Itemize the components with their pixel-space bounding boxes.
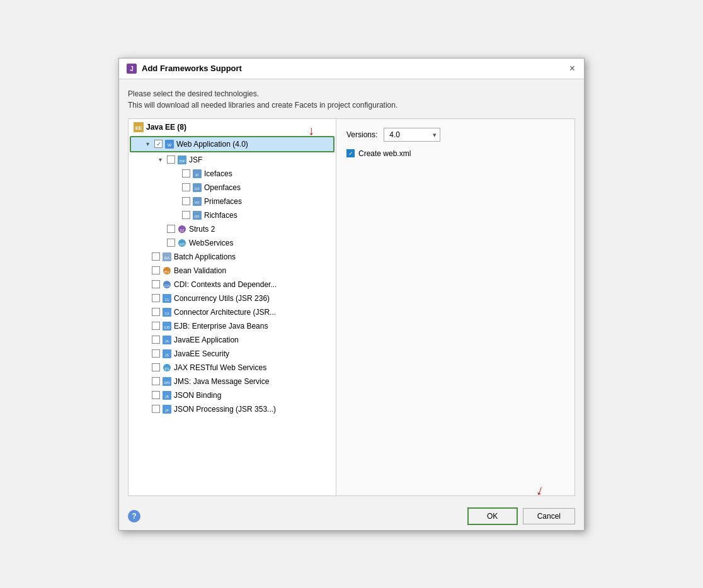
connector-label: Connector Architecture (JSR... [174, 308, 276, 317]
concurrency-label: Concurrency Utils (JSR 236) [174, 294, 270, 303]
javaee-security-icon: JS [162, 349, 172, 359]
json-binding-item[interactable]: ▾ JB JSON Binding [129, 388, 336, 402]
javaee-app-item[interactable]: ▾ JA JavaEE Application [129, 333, 336, 347]
arrow-footer-wrap: ↓ OK Cancel [467, 507, 575, 525]
cdi-item[interactable]: ▾ CDI CDI: Contexts and Depender... [129, 278, 336, 291]
checkbox-concurrency[interactable] [152, 294, 160, 302]
chevron-web-app: ▾ [146, 140, 152, 147]
right-panel: Versions: 4.0 3.1 3.0 2.5 ✓ Create web.x… [336, 119, 574, 495]
svg-text:J: J [130, 65, 134, 72]
jsf-label: JSF [189, 155, 202, 164]
create-xml-row[interactable]: ✓ Create web.xml [346, 149, 564, 158]
checkbox-webservices[interactable] [167, 239, 175, 247]
openfaces-label: Openfaces [204, 183, 241, 192]
svg-text:IF: IF [195, 173, 199, 177]
version-select[interactable]: 4.0 3.1 3.0 2.5 [384, 128, 440, 142]
jms-item[interactable]: ▾ JMS JMS: Java Message Service [129, 375, 336, 388]
svg-text:CA: CA [165, 312, 170, 315]
richfaces-item[interactable]: ▾ RF Richfaces [129, 208, 336, 222]
icefaces-icon: IF [192, 169, 202, 179]
version-select-wrapper[interactable]: 4.0 3.1 3.0 2.5 [384, 128, 440, 142]
jax-rs-icon: RS [162, 363, 172, 373]
primefaces-item[interactable]: ▾ PF Primefaces [129, 195, 336, 208]
svg-text:JS: JS [165, 353, 169, 357]
batch-icon: BA [162, 252, 172, 262]
jsf-icon: JSF [177, 155, 187, 165]
struts2-item[interactable]: ▾ S2 Struts 2 [129, 222, 336, 236]
json-binding-label: JSON Binding [174, 391, 221, 400]
javaee-security-item[interactable]: ▾ JS JavaEE Security [129, 347, 336, 361]
checkbox-bean[interactable] [152, 266, 160, 274]
connector-item[interactable]: ▾ CA Connector Architecture (JSR... [129, 305, 336, 319]
ok-button[interactable]: OK [467, 507, 518, 525]
json-proc-label: JSON Processing (JSR 353...) [174, 405, 276, 414]
primefaces-icon: PF [192, 196, 202, 206]
checkbox-openfaces[interactable] [182, 183, 190, 191]
svg-text:JSF: JSF [179, 159, 186, 163]
cancel-button[interactable]: Cancel [523, 508, 575, 524]
web-app-icon: W [164, 139, 174, 149]
checkbox-batch[interactable] [152, 252, 160, 261]
bean-validation-item[interactable]: ▾ BV Bean Validation [129, 264, 336, 278]
checkbox-icefaces[interactable] [182, 169, 190, 178]
checkbox-cdi[interactable] [152, 280, 160, 288]
svg-text:BA: BA [164, 256, 169, 260]
ejb-item[interactable]: ▾ EJB EJB: Enterprise Java Beans [129, 319, 336, 333]
category-label: Java EE (8) [146, 123, 186, 132]
checkbox-json-proc[interactable] [152, 405, 160, 413]
checkbox-javaee-app[interactable] [152, 336, 160, 344]
web-application-item[interactable]: ↓ ▾ ✓ W Web Application (4.0) [130, 136, 334, 152]
checkbox-struts2[interactable] [167, 225, 175, 233]
left-panel: EE Java EE (8) ↓ ▾ ✓ W Web Application (… [129, 119, 336, 495]
jms-label: JMS: Java Message Service [174, 377, 269, 386]
openfaces-icon: OF [192, 183, 202, 193]
jax-rs-item[interactable]: ▾ RS JAX RESTful Web Services [129, 361, 336, 375]
svg-text:WS: WS [180, 242, 185, 246]
richfaces-icon: RF [192, 210, 202, 220]
webservices-label: WebServices [189, 239, 233, 247]
bean-validation-label: Bean Validation [174, 266, 226, 275]
svg-text:JB: JB [165, 395, 169, 399]
checkbox-jms[interactable] [152, 377, 160, 385]
create-xml-label: Create web.xml [358, 149, 411, 158]
checkbox-json-binding[interactable] [152, 391, 160, 399]
ejb-label: EJB: Enterprise Java Beans [174, 322, 268, 331]
svg-text:PF: PF [195, 201, 200, 205]
richfaces-label: Richfaces [204, 211, 237, 220]
help-button[interactable]: ? [128, 510, 140, 523]
checkbox-jax-rs[interactable] [152, 363, 160, 371]
checkbox-connector[interactable] [152, 308, 160, 316]
close-button[interactable]: × [568, 64, 576, 74]
versions-row: Versions: 4.0 3.1 3.0 2.5 [346, 128, 564, 142]
checkbox-javaee-security[interactable] [152, 349, 160, 358]
svg-text:RS: RS [165, 367, 170, 371]
svg-text:JP: JP [165, 409, 169, 412]
create-xml-checkbox[interactable]: ✓ [346, 149, 355, 157]
checkbox-richfaces[interactable] [182, 211, 190, 219]
jsf-item[interactable]: ▾ JSF JSF [129, 153, 336, 167]
web-app-label: Web Application (4.0) [176, 140, 248, 149]
dialog-footer: ? ↓ OK Cancel [119, 502, 584, 530]
checkbox-web-app[interactable]: ✓ [154, 140, 163, 148]
json-processing-item[interactable]: ▾ JP JSON Processing (JSR 353...) [129, 402, 336, 416]
batch-applications-item[interactable]: ▾ BA Batch Applications [129, 250, 336, 264]
jax-rs-label: JAX RESTful Web Services [174, 363, 266, 372]
javaee-app-icon: JA [162, 335, 172, 345]
webservices-item[interactable]: ▾ WS WebServices [129, 236, 336, 250]
checkbox-jsf[interactable] [167, 155, 175, 164]
connector-icon: CA [162, 307, 172, 317]
cdi-icon: CDI [162, 280, 172, 290]
checkbox-primefaces[interactable] [182, 197, 190, 205]
svg-text:CU: CU [164, 298, 169, 302]
title-bar: J Add Frameworks Support × [119, 59, 584, 79]
category-header: EE Java EE (8) [129, 119, 336, 135]
openfaces-item[interactable]: ▾ OF Openfaces [129, 181, 336, 195]
footer-left: ? [128, 510, 140, 523]
svg-text:S2: S2 [180, 229, 185, 232]
checkbox-ejb[interactable] [152, 322, 160, 330]
batch-label: Batch Applications [174, 252, 236, 261]
svg-text:EE: EE [135, 125, 142, 131]
concurrency-item[interactable]: ▾ CU Concurrency Utils (JSR 236) [129, 291, 336, 305]
struts2-icon: S2 [177, 224, 187, 234]
icefaces-item[interactable]: ▾ IF Icefaces [129, 167, 336, 181]
